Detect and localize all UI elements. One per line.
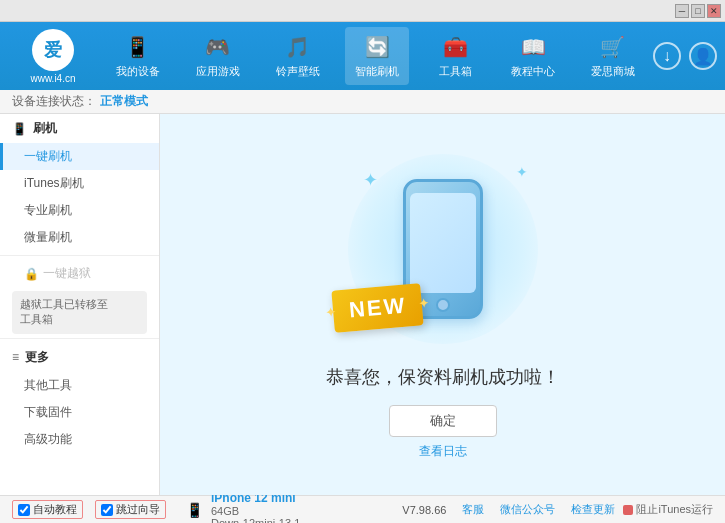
sidebar-item-itunes-flash[interactable]: iTunes刷机 bbox=[0, 170, 159, 197]
nav-apps-games-label: 应用游戏 bbox=[196, 64, 240, 79]
device-firmware: Down-12mini-13.1 bbox=[211, 517, 300, 524]
nav-items: 📱 我的设备 🎮 应用游戏 🎵 铃声壁纸 🔄 智能刷机 🧰 工具箱 📖 教程中心… bbox=[98, 27, 653, 85]
nav-toolbox-label: 工具箱 bbox=[439, 64, 472, 79]
lock-icon: 🔒 bbox=[24, 267, 39, 281]
shop-icon: 🛒 bbox=[599, 33, 627, 61]
sidebar-divider-1 bbox=[0, 255, 159, 256]
sparkle-top-right: ✦ bbox=[516, 164, 528, 180]
view-log-link[interactable]: 查看日志 bbox=[419, 443, 467, 460]
nav-shop[interactable]: 🛒 爱思商城 bbox=[581, 27, 645, 85]
nav-tutorial[interactable]: 📖 教程中心 bbox=[501, 27, 565, 85]
skip-wizard-checkbox[interactable]: 跳过向导 bbox=[95, 500, 166, 519]
confirm-button[interactable]: 确定 bbox=[389, 405, 497, 437]
nav-shop-label: 爱思商城 bbox=[591, 64, 635, 79]
window-controls[interactable]: ─ □ ✕ bbox=[675, 4, 721, 18]
main-layout: 📱 刷机 一键刷机 iTunes刷机 专业刷机 微量刷机 🔒 一键越狱 越狱工具… bbox=[0, 114, 725, 495]
nav-my-device[interactable]: 📱 我的设备 bbox=[106, 27, 170, 85]
sidebar-item-pro-flash[interactable]: 专业刷机 bbox=[0, 197, 159, 224]
device-storage: 64GB bbox=[211, 505, 300, 517]
nav-ringtones-label: 铃声壁纸 bbox=[276, 64, 320, 79]
status-bar: 设备连接状态： 正常模式 bbox=[0, 90, 725, 114]
sidebar-item-download-firmware[interactable]: 下载固件 bbox=[0, 399, 159, 426]
more-section-label: 更多 bbox=[25, 349, 49, 366]
my-device-icon: 📱 bbox=[124, 33, 152, 61]
nav-toolbox[interactable]: 🧰 工具箱 bbox=[425, 27, 485, 85]
nav-apps-games[interactable]: 🎮 应用游戏 bbox=[186, 27, 250, 85]
nav-right-buttons: ↓ 👤 bbox=[653, 42, 717, 70]
status-label: 设备连接状态： bbox=[12, 93, 96, 110]
nav-smart-flash-label: 智能刷机 bbox=[355, 64, 399, 79]
phone-home-btn bbox=[436, 298, 450, 312]
check-update-link[interactable]: 检查更新 bbox=[571, 502, 615, 517]
phone-illustration: ✦ ✦ ✦ NEW bbox=[343, 149, 543, 349]
header: 爱 www.i4.cn 📱 我的设备 🎮 应用游戏 🎵 铃声壁纸 🔄 智能刷机 … bbox=[0, 22, 725, 90]
smart-flash-icon: 🔄 bbox=[363, 33, 391, 61]
title-bar: ─ □ ✕ bbox=[0, 0, 725, 22]
auto-guide-label: 自动教程 bbox=[33, 502, 77, 517]
nav-smart-flash[interactable]: 🔄 智能刷机 bbox=[345, 27, 409, 85]
nav-ringtones[interactable]: 🎵 铃声壁纸 bbox=[266, 27, 330, 85]
wechat-link[interactable]: 微信公众号 bbox=[500, 502, 555, 517]
sidebar-section-flash: 📱 刷机 bbox=[0, 114, 159, 143]
auto-guide-checkbox[interactable]: 自动教程 bbox=[12, 500, 83, 519]
logo-area: 爱 www.i4.cn bbox=[8, 29, 98, 84]
sidebar-item-micro-flash[interactable]: 微量刷机 bbox=[0, 224, 159, 251]
jailbreak-notice: 越狱工具已转移至工具箱 bbox=[12, 291, 147, 334]
sidebar-divider-2 bbox=[0, 338, 159, 339]
flash-section-label: 刷机 bbox=[33, 120, 57, 137]
logo-icon: 爱 bbox=[32, 29, 74, 71]
more-section-icon: ≡ bbox=[12, 350, 19, 364]
close-button[interactable]: ✕ bbox=[707, 4, 721, 18]
auto-guide-input[interactable] bbox=[18, 504, 30, 516]
nav-tutorial-label: 教程中心 bbox=[511, 64, 555, 79]
sidebar-item-advanced[interactable]: 高级功能 bbox=[0, 426, 159, 453]
sidebar-section-jailbreak: 🔒 一键越狱 bbox=[0, 260, 159, 287]
service-link[interactable]: 客服 bbox=[462, 502, 484, 517]
bottom-right: V7.98.66 客服 微信公众号 检查更新 bbox=[402, 502, 615, 517]
phone-screen bbox=[410, 193, 476, 293]
apps-games-icon: 🎮 bbox=[204, 33, 232, 61]
sparkle-top-left: ✦ bbox=[363, 169, 378, 191]
device-info: iPhone 12 mini 64GB Down-12mini-13.1 bbox=[211, 491, 300, 524]
sidebar-section-more: ≡ 更多 bbox=[0, 343, 159, 372]
tutorial-icon: 📖 bbox=[519, 33, 547, 61]
device-phone-icon: 📱 bbox=[186, 502, 203, 518]
content-area: ✦ ✦ ✦ NEW 恭喜您，保资料刷机成功啦！ 确定 查看日志 bbox=[160, 114, 725, 495]
nav-my-device-label: 我的设备 bbox=[116, 64, 160, 79]
status-value: 正常模式 bbox=[100, 93, 148, 110]
bottom-bar: 自动教程 跳过向导 📱 iPhone 12 mini 64GB Down-12m… bbox=[0, 495, 725, 523]
maximize-button[interactable]: □ bbox=[691, 4, 705, 18]
sidebar-item-one-key-flash[interactable]: 一键刷机 bbox=[0, 143, 159, 170]
sidebar-item-other-tools[interactable]: 其他工具 bbox=[0, 372, 159, 399]
new-badge: NEW bbox=[331, 283, 424, 333]
minimize-button[interactable]: ─ bbox=[675, 4, 689, 18]
skip-wizard-label: 跳过向导 bbox=[116, 502, 160, 517]
version-label: V7.98.66 bbox=[402, 504, 446, 516]
ringtones-icon: 🎵 bbox=[284, 33, 312, 61]
stop-icon bbox=[623, 505, 633, 515]
sidebar: 📱 刷机 一键刷机 iTunes刷机 专业刷机 微量刷机 🔒 一键越狱 越狱工具… bbox=[0, 114, 160, 495]
logo-url: www.i4.cn bbox=[30, 73, 75, 84]
user-button[interactable]: 👤 bbox=[689, 42, 717, 70]
download-button[interactable]: ↓ bbox=[653, 42, 681, 70]
skip-wizard-input[interactable] bbox=[101, 504, 113, 516]
success-text: 恭喜您，保资料刷机成功啦！ bbox=[326, 365, 560, 389]
itunes-status-label: 阻止iTunes运行 bbox=[636, 502, 713, 517]
toolbox-icon: 🧰 bbox=[441, 33, 469, 61]
flash-section-icon: 📱 bbox=[12, 122, 27, 136]
bottom-left: 自动教程 跳过向导 📱 iPhone 12 mini 64GB Down-12m… bbox=[12, 491, 402, 524]
itunes-status[interactable]: 阻止iTunes运行 bbox=[623, 502, 713, 517]
